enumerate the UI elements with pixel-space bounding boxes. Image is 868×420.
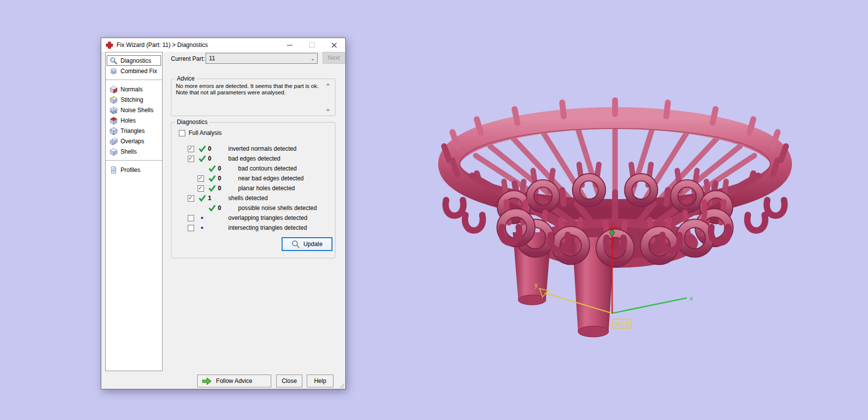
resize-grip[interactable] [338, 381, 345, 388]
diagnostic-row-near-bad-edges: 0 near bad edges detected [171, 173, 333, 183]
titlebar[interactable]: Fix Wizard (Part: 11) > Diagnostics [101, 38, 345, 52]
diagnostics-title: Diagnostics [175, 119, 209, 126]
update-button[interactable]: Update [282, 237, 332, 251]
magnifier-icon [291, 240, 300, 249]
minimize-button[interactable] [279, 38, 301, 52]
diagnostic-checkbox[interactable] [198, 185, 204, 192]
full-analysis-checkbox[interactable] [179, 130, 185, 136]
sidebar-item-normals[interactable]: Normals [107, 84, 161, 94]
scroll-down-icon[interactable] [326, 109, 330, 112]
cube-noise-shells-icon [109, 106, 118, 114]
cube-normals-icon [109, 85, 118, 93]
diagnostic-row-noise-shells: 0 possible noise shells detected [171, 203, 333, 213]
diagnostic-row-bad-contours: 0 bad contours detected [171, 164, 333, 173]
diagnostic-row-inverted-normals: 0 inverted normals detected [171, 144, 333, 154]
diagnostic-checkbox[interactable] [188, 195, 194, 202]
current-part-label: Current Part: [171, 55, 205, 62]
current-part-value: 11 [206, 55, 308, 62]
sidebar-item-noise-shells[interactable]: Noise Shells [107, 105, 161, 115]
advice-title: Advice [175, 75, 197, 82]
cube-stitching-icon [109, 95, 118, 104]
sidebar-separator [106, 80, 162, 81]
check-ok-icon [198, 155, 206, 163]
sidebar-item-shells[interactable]: Shells [107, 146, 161, 157]
sidebar-item-profiles[interactable]: Profiles [107, 165, 161, 175]
chevron-down-icon[interactable]: ⌄ [308, 56, 317, 61]
sidebar-item-triangles[interactable]: Triangles [107, 126, 161, 136]
check-ok-icon [198, 194, 206, 202]
diagnostic-row-shells: 1 shells detected [171, 193, 333, 203]
check-ok-icon [208, 204, 216, 212]
check-ok-icon [208, 184, 216, 192]
diagnostic-row-bad-edges: 0 bad edges detected [171, 154, 333, 164]
green-arrow-icon [202, 378, 211, 386]
sidebar: Diagnostics Combined Fix Normals [105, 52, 163, 371]
sidebar-item-diagnostics[interactable]: Diagnostics [107, 55, 161, 66]
check-ok-icon [208, 174, 216, 182]
advice-text: No more errors are detected. It seems th… [176, 83, 321, 96]
diagnostic-checkbox[interactable] [188, 156, 194, 162]
full-analysis-row: Full Analysis [179, 129, 222, 136]
y-axis-label: y [535, 282, 537, 289]
help-button[interactable]: Help [307, 375, 333, 387]
diagnostic-row-overlapping-triangles: overlapping triangles detected [171, 213, 333, 223]
advice-groupbox: Advice No more errors are detected. It s… [171, 79, 335, 116]
diagnostic-row-intersecting-triangles: intersecting triangles detected [171, 223, 333, 233]
cube-holes-icon [109, 116, 118, 125]
close-button[interactable] [323, 38, 345, 52]
x-axis-label: x [690, 294, 693, 302]
wcs-label: WCS [615, 321, 630, 328]
z-axis-label: z [615, 221, 618, 228]
diagnostic-checkbox[interactable] [188, 225, 194, 231]
diagnostic-checkbox[interactable] [188, 215, 194, 221]
diagnostics-groupbox: Diagnostics Full Analysis 0 inverted nor… [171, 122, 335, 258]
next-button[interactable]: Next [323, 52, 345, 64]
sidebar-separator [106, 160, 162, 161]
diagnostic-row-planar-holes: 0 planar holes detected [171, 183, 333, 193]
cube-triangles-icon [109, 126, 118, 135]
maximize-button[interactable] [301, 38, 323, 52]
close-icon [331, 42, 337, 48]
minimize-icon [287, 45, 292, 45]
diagnostic-checkbox[interactable] [198, 175, 204, 182]
red-cross-logo-icon [106, 42, 113, 49]
cube-shells-icon [109, 147, 118, 156]
combined-fix-icon [109, 67, 118, 75]
fix-wizard-dialog: Fix Wizard (Part: 11) > Diagnostics Diag… [101, 38, 346, 389]
close-dialog-button[interactable]: Close [276, 375, 302, 387]
sidebar-item-holes[interactable]: Holes [107, 115, 161, 126]
magnifier-icon [109, 56, 118, 65]
sidebar-item-overlaps[interactable]: Overlaps [107, 136, 161, 146]
maximize-icon [309, 42, 315, 48]
check-ok-icon [208, 165, 216, 172]
3d-model [439, 100, 791, 337]
scroll-up-icon[interactable] [326, 83, 330, 85]
check-ok-icon [198, 145, 206, 153]
cube-overlaps-icon [109, 137, 118, 145]
profiles-icon [109, 166, 118, 174]
follow-advice-button[interactable]: Follow Advice [197, 375, 271, 387]
diagnostic-checkbox[interactable] [188, 146, 194, 152]
window-title: Fix Wizard (Part: 11) > Diagnostics [117, 42, 208, 48]
sidebar-item-stitching[interactable]: Stitching [107, 94, 161, 105]
advice-scrollbar[interactable] [325, 83, 331, 112]
dot-icon [198, 224, 206, 232]
sidebar-item-combined-fix[interactable]: Combined Fix [107, 66, 161, 76]
full-analysis-label: Full Analysis [189, 129, 222, 136]
dot-icon [198, 214, 206, 222]
current-part-combobox[interactable]: 11 ⌄ [206, 53, 318, 64]
x-axis [612, 298, 687, 313]
